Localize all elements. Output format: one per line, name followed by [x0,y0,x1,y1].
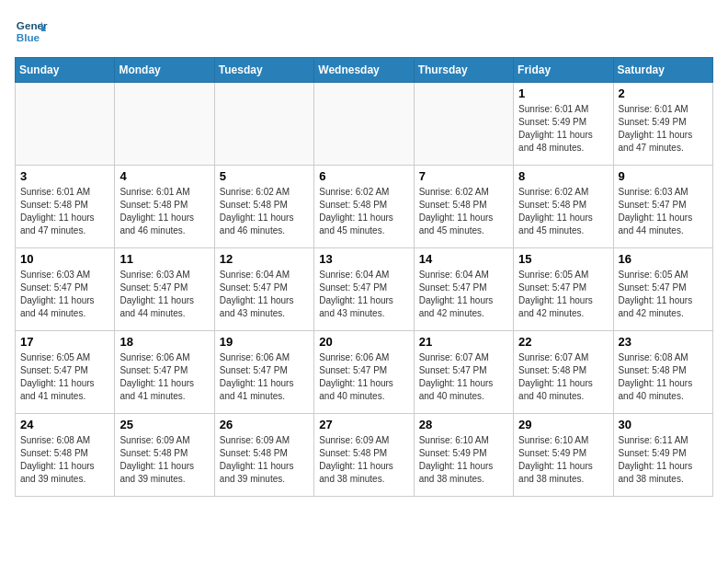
day-info: Sunrise: 6:01 AMSunset: 5:48 PMDaylight:… [119,186,209,237]
calendar-cell: 2Sunrise: 6:01 AMSunset: 5:49 PMDaylight… [613,83,712,166]
day-info: Sunrise: 6:04 AMSunset: 5:47 PMDaylight:… [319,269,408,320]
header: General Blue [15,15,713,48]
weekday-header-row: SundayMondayTuesdayWednesdayThursdayFrid… [16,58,713,83]
day-info: Sunrise: 6:04 AMSunset: 5:47 PMDaylight:… [220,269,309,320]
day-number: 24 [20,418,109,431]
day-number: 26 [220,418,309,431]
day-number: 5 [220,169,309,183]
calendar-cell: 5Sunrise: 6:02 AMSunset: 5:48 PMDaylight… [214,166,313,248]
calendar-cell: 24Sunrise: 6:08 AMSunset: 5:48 PMDayligh… [16,414,115,497]
calendar-cell: 10Sunrise: 6:03 AMSunset: 5:47 PMDayligh… [16,248,115,331]
day-info: Sunrise: 6:06 AMSunset: 5:47 PMDaylight:… [319,351,408,403]
weekday-header-saturday: Saturday [613,58,712,83]
day-info: Sunrise: 6:07 AMSunset: 5:47 PMDaylight:… [419,351,508,403]
week-row-3: 10Sunrise: 6:03 AMSunset: 5:47 PMDayligh… [16,248,713,331]
calendar-cell: 19Sunrise: 6:06 AMSunset: 5:47 PMDayligh… [214,331,313,414]
day-info: Sunrise: 6:09 AMSunset: 5:48 PMDaylight:… [319,434,408,486]
day-number: 6 [319,169,408,183]
logo: General Blue [15,15,48,48]
calendar-cell: 4Sunrise: 6:01 AMSunset: 5:48 PMDaylight… [115,166,214,248]
day-number: 17 [20,335,109,349]
day-number: 22 [518,335,608,349]
calendar-cell [16,83,115,166]
calendar-cell: 17Sunrise: 6:05 AMSunset: 5:47 PMDayligh… [16,331,115,414]
calendar-cell: 12Sunrise: 6:04 AMSunset: 5:47 PMDayligh… [214,248,313,331]
calendar-cell: 14Sunrise: 6:04 AMSunset: 5:47 PMDayligh… [414,248,513,331]
day-number: 9 [619,169,708,183]
calendar-cell: 9Sunrise: 6:03 AMSunset: 5:47 PMDaylight… [613,166,712,248]
day-number: 27 [319,418,408,431]
week-row-2: 3Sunrise: 6:01 AMSunset: 5:48 PMDaylight… [16,166,713,248]
day-number: 14 [419,252,508,266]
day-number: 28 [419,418,508,431]
calendar-cell: 16Sunrise: 6:05 AMSunset: 5:47 PMDayligh… [613,248,712,331]
day-info: Sunrise: 6:11 AMSunset: 5:49 PMDaylight:… [619,434,708,486]
day-info: Sunrise: 6:04 AMSunset: 5:47 PMDaylight:… [419,269,508,320]
day-info: Sunrise: 6:10 AMSunset: 5:49 PMDaylight:… [518,434,608,486]
calendar-cell [115,83,214,166]
calendar-cell: 23Sunrise: 6:08 AMSunset: 5:48 PMDayligh… [613,331,712,414]
day-info: Sunrise: 6:01 AMSunset: 5:49 PMDaylight:… [518,103,608,155]
day-info: Sunrise: 6:03 AMSunset: 5:47 PMDaylight:… [20,269,109,320]
week-row-1: 1Sunrise: 6:01 AMSunset: 5:49 PMDaylight… [16,83,713,166]
day-info: Sunrise: 6:01 AMSunset: 5:49 PMDaylight:… [619,103,708,155]
day-info: Sunrise: 6:03 AMSunset: 5:47 PMDaylight:… [619,186,708,237]
calendar-cell: 26Sunrise: 6:09 AMSunset: 5:48 PMDayligh… [214,414,313,497]
day-info: Sunrise: 6:09 AMSunset: 5:48 PMDaylight:… [119,434,209,486]
calendar-cell: 11Sunrise: 6:03 AMSunset: 5:47 PMDayligh… [115,248,214,331]
weekday-header-thursday: Thursday [414,58,513,83]
calendar-cell: 20Sunrise: 6:06 AMSunset: 5:47 PMDayligh… [314,331,414,414]
weekday-header-monday: Monday [115,58,214,83]
day-info: Sunrise: 6:06 AMSunset: 5:47 PMDaylight:… [220,351,309,403]
weekday-header-friday: Friday [514,58,613,83]
day-number: 23 [619,335,708,349]
day-number: 20 [319,335,408,349]
calendar-cell: 28Sunrise: 6:10 AMSunset: 5:49 PMDayligh… [414,414,513,497]
weekday-header-wednesday: Wednesday [314,58,414,83]
day-info: Sunrise: 6:08 AMSunset: 5:48 PMDaylight:… [20,434,109,486]
day-number: 18 [119,335,209,349]
week-row-4: 17Sunrise: 6:05 AMSunset: 5:47 PMDayligh… [16,331,713,414]
day-info: Sunrise: 6:08 AMSunset: 5:48 PMDaylight:… [619,351,708,403]
day-info: Sunrise: 6:06 AMSunset: 5:47 PMDaylight:… [119,351,209,403]
logo-icon: General Blue [15,15,48,48]
day-info: Sunrise: 6:05 AMSunset: 5:47 PMDaylight:… [20,351,109,403]
day-number: 21 [419,335,508,349]
calendar-cell: 21Sunrise: 6:07 AMSunset: 5:47 PMDayligh… [414,331,513,414]
day-number: 3 [20,169,109,183]
calendar-cell: 1Sunrise: 6:01 AMSunset: 5:49 PMDaylight… [514,83,613,166]
calendar-cell: 13Sunrise: 6:04 AMSunset: 5:47 PMDayligh… [314,248,414,331]
day-number: 16 [619,252,708,266]
calendar-cell [414,83,513,166]
calendar-cell [314,83,414,166]
day-number: 12 [220,252,309,266]
calendar-cell: 8Sunrise: 6:02 AMSunset: 5:48 PMDaylight… [514,166,613,248]
svg-text:Blue: Blue [17,31,40,43]
day-number: 25 [119,418,209,431]
calendar-cell: 22Sunrise: 6:07 AMSunset: 5:48 PMDayligh… [514,331,613,414]
day-number: 11 [119,252,209,266]
day-info: Sunrise: 6:02 AMSunset: 5:48 PMDaylight:… [220,186,309,237]
calendar-cell: 25Sunrise: 6:09 AMSunset: 5:48 PMDayligh… [115,414,214,497]
day-number: 19 [220,335,309,349]
calendar-cell: 3Sunrise: 6:01 AMSunset: 5:48 PMDaylight… [16,166,115,248]
weekday-header-tuesday: Tuesday [214,58,313,83]
day-number: 1 [518,86,608,100]
day-number: 10 [20,252,109,266]
calendar-cell [214,83,313,166]
calendar-cell: 7Sunrise: 6:02 AMSunset: 5:48 PMDaylight… [414,166,513,248]
day-info: Sunrise: 6:05 AMSunset: 5:47 PMDaylight:… [518,269,608,320]
day-info: Sunrise: 6:02 AMSunset: 5:48 PMDaylight:… [518,186,608,237]
day-info: Sunrise: 6:05 AMSunset: 5:47 PMDaylight:… [619,269,708,320]
calendar-cell: 30Sunrise: 6:11 AMSunset: 5:49 PMDayligh… [613,414,712,497]
day-number: 13 [319,252,408,266]
calendar-cell: 29Sunrise: 6:10 AMSunset: 5:49 PMDayligh… [514,414,613,497]
day-number: 15 [518,252,608,266]
day-number: 4 [119,169,209,183]
day-info: Sunrise: 6:01 AMSunset: 5:48 PMDaylight:… [20,186,109,237]
day-info: Sunrise: 6:10 AMSunset: 5:49 PMDaylight:… [419,434,508,486]
calendar-table: SundayMondayTuesdayWednesdayThursdayFrid… [15,57,713,497]
day-number: 30 [619,418,708,431]
day-info: Sunrise: 6:07 AMSunset: 5:48 PMDaylight:… [518,351,608,403]
day-info: Sunrise: 6:02 AMSunset: 5:48 PMDaylight:… [319,186,408,237]
